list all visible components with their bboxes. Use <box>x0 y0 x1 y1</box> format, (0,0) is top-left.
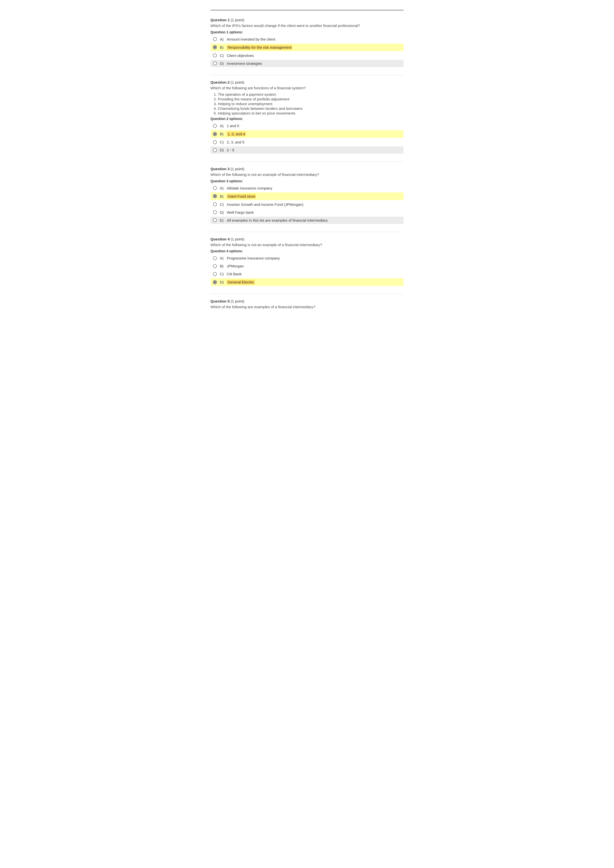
question-2-option-3-text: 2, 3, and 5 <box>227 140 244 144</box>
question-3-option-3-letter: C) <box>220 202 227 206</box>
question-3-text: Which of the following is not an example… <box>210 172 404 178</box>
question-3-option-3-radio[interactable] <box>213 202 217 206</box>
top-border <box>210 10 404 10</box>
question-3-option-1[interactable]: A)Allstate insurance company <box>210 184 404 192</box>
question-2-option-4[interactable]: D)2 - 5 <box>210 146 404 153</box>
question-3-option-4-text: Well Fargo bank <box>227 210 254 214</box>
question-4-option-2-radio[interactable] <box>213 264 217 268</box>
question-4-option-4-radio[interactable] <box>213 280 217 284</box>
question-3-option-4[interactable]: D)Well Fargo bank <box>210 209 404 216</box>
question-3-option-1-letter: A) <box>220 186 227 190</box>
question-block-1: Question 1 (1 point)Which of the IPS's f… <box>210 18 404 67</box>
divider-3 <box>210 232 404 232</box>
question-2-numbered-list: The operation of a payment systemProvidi… <box>218 92 404 115</box>
question-4-option-2[interactable]: B)JPMorgan <box>210 262 404 270</box>
question-1-option-1[interactable]: A)Amount invested by the client <box>210 36 404 43</box>
question-2-option-1-letter: A) <box>220 124 227 128</box>
question-1-option-4-radio[interactable] <box>213 61 217 65</box>
question-3-option-5-radio[interactable] <box>213 218 217 222</box>
question-3-option-3[interactable]: C)Investor Growth and Income Fund (JPMor… <box>210 201 404 208</box>
question-4-option-3-letter: C) <box>220 272 227 276</box>
question-4-option-3-radio[interactable] <box>213 272 217 276</box>
question-3-option-2[interactable]: B)Giant Food store <box>210 192 404 200</box>
question-1-option-1-text: Amount invested by the client <box>227 37 275 41</box>
question-5-text: Which of the following are examples of a… <box>210 304 404 310</box>
question-3-option-5-letter: E) <box>220 218 227 222</box>
question-2-option-1-text: 1 and 5 <box>227 124 239 128</box>
question-3-option-2-text: Giant Food store <box>227 194 256 198</box>
question-1-option-2-letter: B) <box>220 45 227 50</box>
question-2-option-1[interactable]: A)1 and 5 <box>210 122 404 129</box>
question-1-title: Question 1 (1 point) <box>210 18 404 22</box>
question-2-option-2-radio[interactable] <box>213 132 217 136</box>
question-2-option-2[interactable]: B)1, 2, and 4 <box>210 130 404 138</box>
question-1-option-3[interactable]: C)Client objectives <box>210 52 404 59</box>
question-3-option-1-text: Allstate insurance company <box>227 186 272 190</box>
question-1-option-3-letter: C) <box>220 53 227 57</box>
question-3-option-5-text: All examples in this list are examples o… <box>227 218 328 222</box>
question-3-option-3-text: Investor Growth and Income Fund (JPMorga… <box>227 202 303 206</box>
question-3-option-2-letter: B) <box>220 194 227 198</box>
question-3-title: Question 3 (1 point) <box>210 167 404 171</box>
question-block-5: Question 5 (1 point)Which of the followi… <box>210 299 404 310</box>
divider-1 <box>210 75 404 75</box>
question-1-option-2[interactable]: B)Responsibility for the risk management <box>210 43 404 51</box>
question-2-option-2-letter: B) <box>220 132 227 136</box>
question-block-4: Question 4 (1 point)Which of the followi… <box>210 237 404 286</box>
question-2-option-4-radio[interactable] <box>213 148 217 152</box>
question-4-option-1[interactable]: A)Progressive Insurance company <box>210 254 404 262</box>
question-2-list-item-4: Channelizing funds between lenders and b… <box>218 106 404 110</box>
question-2-options-label: Question 2 options: <box>210 117 404 121</box>
question-4-option-4[interactable]: D)General Electric <box>210 278 404 286</box>
question-3-options-label: Question 3 options: <box>210 179 404 183</box>
question-1-options-label: Question 1 options: <box>210 30 404 34</box>
question-4-option-3[interactable]: C)Citi Bank <box>210 270 404 277</box>
question-4-option-4-letter: D) <box>220 280 227 284</box>
question-2-list-item-1: The operation of a payment system <box>218 92 404 96</box>
question-1-option-3-text: Client objectives <box>227 53 254 57</box>
question-4-option-3-text: Citi Bank <box>227 272 242 276</box>
question-1-text: Which of the IPS's factors would change … <box>210 23 404 29</box>
question-2-option-2-text: 1, 2, and 4 <box>227 132 246 136</box>
question-2-list-item-3: Helping to reduce unemployment <box>218 102 404 106</box>
question-1-option-1-letter: A) <box>220 37 227 41</box>
question-1-option-4-letter: D) <box>220 61 227 65</box>
question-2-list-item-2: Providing the means of portfolio adjustm… <box>218 97 404 101</box>
question-2-option-1-radio[interactable] <box>213 124 217 128</box>
question-4-option-1-text: Progressive Insurance company <box>227 256 280 260</box>
question-2-option-3-letter: C) <box>220 140 227 144</box>
question-3-option-2-radio[interactable] <box>213 194 217 198</box>
question-4-title: Question 4 (1 point) <box>210 237 404 241</box>
question-4-options-label: Question 4 options: <box>210 249 404 253</box>
question-3-option-4-radio[interactable] <box>213 210 217 214</box>
question-1-option-2-radio[interactable] <box>213 45 217 49</box>
question-block-2: Question 2 (1 point)Which of the followi… <box>210 80 404 154</box>
divider-4 <box>210 294 404 294</box>
question-1-option-2-text: Responsibility for the risk management <box>227 45 292 50</box>
question-4-option-2-text: JPMorgan <box>227 264 244 268</box>
question-3-option-5[interactable]: E)All examples in this list are examples… <box>210 217 404 224</box>
question-4-option-1-radio[interactable] <box>213 256 217 260</box>
question-2-option-4-text: 2 - 5 <box>227 148 234 152</box>
question-2-option-3[interactable]: C)2, 3, and 5 <box>210 138 404 146</box>
question-3-option-4-letter: D) <box>220 210 227 214</box>
question-3-option-1-radio[interactable] <box>213 186 217 190</box>
question-4-option-4-text: General Electric <box>227 280 255 284</box>
question-block-3: Question 3 (1 point)Which of the followi… <box>210 167 404 224</box>
question-1-option-3-radio[interactable] <box>213 53 217 57</box>
question-4-option-2-letter: B) <box>220 264 227 268</box>
question-2-option-4-letter: D) <box>220 148 227 152</box>
question-1-option-4-text: Investment strategies <box>227 61 262 65</box>
question-2-title: Question 2 (1 point) <box>210 80 404 84</box>
question-1-option-4[interactable]: D)Investment strategies <box>210 60 404 67</box>
question-4-text: Which of the following is not an example… <box>210 242 404 248</box>
question-1-option-1-radio[interactable] <box>213 37 217 41</box>
question-2-option-3-radio[interactable] <box>213 140 217 144</box>
question-4-option-1-letter: A) <box>220 256 227 260</box>
question-5-title: Question 5 (1 point) <box>210 299 404 303</box>
divider-2 <box>210 161 404 162</box>
question-2-text: Which of the following are functions of … <box>210 85 404 91</box>
question-2-list-item-5: Helping speculators to bet on price move… <box>218 111 404 115</box>
